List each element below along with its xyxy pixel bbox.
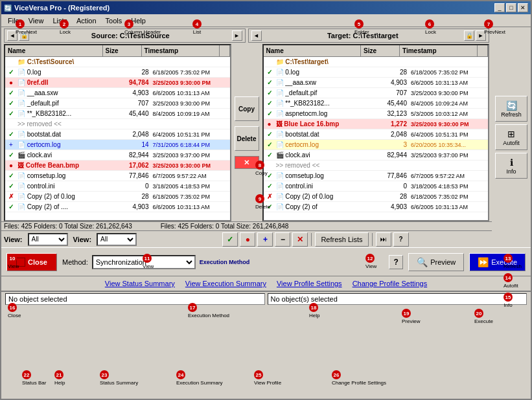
callout-18: 18 Help — [309, 303, 319, 318]
x-button[interactable]: ✕ — [292, 232, 308, 247]
check-button[interactable]: ✓ — [222, 232, 238, 247]
list-item[interactable]: ✓ 📄 __aaa.sxw 4,903 6/6/2005 10:31:13 AM — [5, 88, 230, 98]
target-stats: Files: 425 Folders: 0 Total Size: 261,24… — [161, 223, 289, 230]
list-item[interactable]: ✓ 📄 Copy (2) of 4,903 6/6/2005 10:31:13 … — [264, 202, 489, 212]
list-item: >> removed << — [5, 119, 230, 129]
target-col-time[interactable]: Timestamp — [400, 45, 478, 56]
info-icon: ℹ — [510, 157, 513, 168]
list-item[interactable]: ✓ 📄 control.ini 0 3/18/2005 4:18:53 PM — [264, 181, 489, 192]
preview-button[interactable]: 🔍 Preview — [408, 253, 464, 271]
close-window-button[interactable]: ✕ — [518, 3, 528, 12]
target-view-select[interactable]: AllDifferentSame — [97, 233, 137, 246]
dot-button[interactable]: ● — [240, 232, 255, 247]
list-item[interactable]: ✓ 📄 __aaa.sxw 4,903 6/6/2005 10:31:13 AM — [264, 78, 489, 88]
menu-action[interactable]: Action — [73, 16, 100, 26]
list-item[interactable]: 📁 C:\Test\Source\ — [5, 57, 230, 67]
file-name: 📄 0ref.dll — [16, 79, 113, 86]
callout-13: 13 Refresh — [503, 254, 522, 269]
copy-button[interactable]: Copy — [235, 96, 259, 121]
callout-12: 12 View — [365, 254, 376, 269]
callout-2: 2 Lock — [60, 19, 71, 35]
status-icon: ✓ — [6, 89, 16, 96]
list-item[interactable]: ✗ 📄 Copy (2) of 0.log 28 6/18/2005 7:35:… — [5, 192, 230, 202]
target-col-name[interactable]: Name — [264, 45, 362, 56]
source-col-size[interactable]: Size — [103, 45, 142, 56]
file-name: 📄 0.log — [16, 69, 113, 76]
view-row: View: AllDifferentSame View: AllDifferen… — [1, 230, 492, 247]
execute-icon: ⏩ — [478, 257, 489, 267]
file-name: 📄 certocm.log — [16, 141, 113, 148]
list-item[interactable]: ✓ 📄 **_KB823182... 45,440 8/4/2005 10:09… — [5, 109, 230, 119]
callout-7: 7 PrevNext — [484, 19, 505, 35]
list-item[interactable]: ✓ 📄 certocm.log 3 6/20/2005 10:35:34... — [264, 140, 489, 150]
list-item[interactable]: ● 🖼 Coffee Bean.bmp 17,062 3/25/2003 9:3… — [5, 161, 230, 171]
list-item[interactable]: ✓ 🎬 clock.avi 82,944 3/25/2003 9:37:00 P… — [264, 150, 489, 161]
source-col-name[interactable]: Name — [5, 45, 103, 56]
minimize-button[interactable]: _ — [494, 3, 505, 12]
method-label: Method: — [62, 258, 88, 266]
list-item[interactable]: ✓ 📄 _default.pif 707 3/25/2003 9:30:00 P… — [264, 88, 489, 98]
callout-22: 22 Status Bar — [22, 370, 46, 386]
plus-button[interactable]: + — [257, 232, 273, 247]
callout-24: 24 Execution Summary — [176, 370, 223, 386]
source-col-time[interactable]: Timestamp — [142, 45, 220, 56]
list-item[interactable]: + 📄 certocm.log 14 7/31/2005 6:18:44 PM — [5, 140, 230, 150]
callout-5: 5 Folder — [354, 19, 369, 35]
list-item[interactable]: ✓ 📄 bootstat.dat 2,048 6/4/2005 10:51:31… — [264, 129, 489, 140]
list-item[interactable]: ✓ 📄 bootstat.dat 2,048 6/4/2005 10:51:31… — [5, 129, 230, 140]
status-icon: ✓ — [6, 151, 16, 159]
list-item[interactable]: ✓ 📄 **_KB823182... 45,440 8/4/2005 10:09… — [264, 98, 489, 109]
status-icon: ● — [6, 162, 16, 169]
list-item[interactable]: ✓ 📄 control.ini 0 3/18/2005 4:18:53 PM — [5, 181, 230, 192]
source-next-button[interactable]: ► — [232, 30, 242, 41]
refresh-lists-button[interactable]: Refresh Lists — [315, 232, 368, 247]
autofit-button[interactable]: ⊞ Autofit — [495, 124, 527, 150]
list-item[interactable]: ✗ 📄 Copy (2) of 0.log 28 6/18/2005 7:35:… — [264, 192, 489, 202]
list-item[interactable]: ✓ 🎬 clock.avi 82,944 3/25/2003 9:37:00 P… — [5, 150, 230, 161]
source-view-select[interactable]: AllDifferentSame — [28, 233, 68, 246]
list-item[interactable]: ✓ 📄 Copy (2) of .... 4,903 6/6/2005 10:3… — [5, 202, 230, 212]
callout-21: 21 Help — [54, 370, 65, 386]
file-name: 📄 Copy (2) of .... — [16, 203, 113, 210]
skip-end-button[interactable]: ⏭ — [376, 232, 391, 247]
target-lock-button[interactable]: 🔒 — [464, 30, 474, 41]
change-profile-settings-link[interactable]: Change Profile Settings — [353, 280, 428, 287]
status-right-text: No object(s) selected — [271, 295, 338, 303]
help-question-button[interactable]: ? — [389, 255, 403, 269]
view-status-summary-link[interactable]: View Status Summary — [105, 280, 175, 287]
target-col-size[interactable]: Size — [361, 45, 400, 56]
target-file-list[interactable]: 📁 C:\Test\target\ ✓ 📄 0.log 28 6/18/2005… — [264, 57, 489, 220]
refresh-sidebar-button[interactable]: 🔄 Refresh — [495, 96, 527, 122]
minus-button[interactable]: − — [275, 232, 290, 247]
list-item[interactable]: ✓ 📄 _default.pif 707 3/25/2003 9:30:00 P… — [5, 98, 230, 109]
list-item[interactable]: ● 📄 0ref.dll 94,784 3/25/2003 9:30:00 PM — [5, 78, 230, 88]
file-name: 📄 bootstat.dat — [16, 131, 113, 138]
status-icon: ✓ — [6, 172, 16, 179]
list-item[interactable]: 📁 C:\Test\target\ — [264, 57, 489, 67]
status-bar: No object selected No object(s) selected — [1, 291, 531, 306]
list-item[interactable]: ✓ 📄 comsetup.log 77,846 6/7/2005 9:57:22… — [264, 171, 489, 181]
list-item[interactable]: ✓ 📄 comsetup.log 77,846 6/7/2005 9:57:22… — [5, 171, 230, 181]
status-icon: ✓ — [6, 183, 16, 190]
view-profile-settings-link[interactable]: View Profile Settings — [277, 280, 342, 287]
delete-button[interactable]: Delete — [235, 126, 259, 151]
links-bar: View Status Summary View Execution Summa… — [1, 276, 531, 291]
list-item[interactable]: ✓ 📄 0.log 28 6/18/2005 7:35:02 PM — [5, 67, 230, 78]
maximize-button[interactable]: □ — [506, 3, 516, 12]
source-file-list[interactable]: 📁 C:\Test\Source\ ✓ 📄 0.log 28 6/18/2005… — [5, 57, 230, 220]
menu-tools[interactable]: Tools — [102, 16, 126, 26]
list-item[interactable]: ● 🖼 Blue Lace 16.bmp 1,272 3/25/2003 9:3… — [264, 119, 489, 129]
callout-8: 8 Copy — [255, 161, 268, 176]
info-button[interactable]: ℹ Info — [495, 153, 527, 179]
callout-17: 17 Execution Method — [188, 303, 229, 318]
status-icon: ✓ — [6, 203, 16, 210]
list-item[interactable]: ✓ 📄 0.log 28 6/18/2005 7:35:02 PM — [264, 67, 489, 78]
status-icon: ✓ — [6, 131, 16, 138]
file-name: 🖼 Coffee Bean.bmp — [16, 162, 113, 169]
title-bar-controls: _ □ ✕ — [494, 3, 528, 12]
info-icon-button[interactable]: ? — [393, 232, 409, 247]
target-prev-button[interactable]: ◄ — [251, 30, 262, 41]
list-item[interactable]: ✓ 📄 aspnetocm.log 32,123 5/3/2005 10:03:… — [264, 109, 489, 119]
status-icon: ✓ — [6, 110, 16, 117]
view-execution-summary-link[interactable]: View Execution Summary — [185, 280, 266, 287]
